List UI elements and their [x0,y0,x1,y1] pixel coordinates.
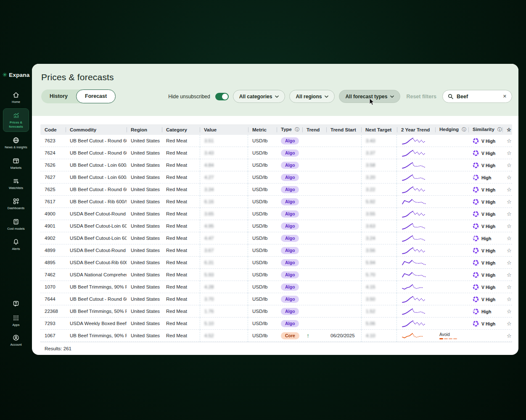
cell-similarity: V High [468,269,502,281]
favorite-star-icon[interactable]: ☆ [502,293,512,305]
sidebar-item-account[interactable]: Account [3,332,29,348]
cell-type: Algo [277,293,302,305]
all-regions-dropdown[interactable]: All regions [289,90,335,103]
favorite-star-icon[interactable]: ☆ [502,305,512,318]
favorite-star-icon[interactable]: ☆ [502,232,512,244]
cell-region: United States [127,318,162,330]
cell-metric: USD/lb [248,220,277,232]
table-row[interactable]: 7626 UB Beef Cutout - Loin 600/9... Unit… [40,159,512,171]
sidebar-item-home[interactable]: Home [3,88,29,107]
favorite-star-icon[interactable]: ☆ [502,147,512,159]
sidebar-item-apps[interactable]: Apps [3,312,29,328]
trend-sparkline [401,210,431,219]
table-row[interactable]: 7625 UB Beef Cutout - Round 600... Unite… [40,184,512,196]
similarity-label: V High [481,187,495,192]
cell-similarity: V High [468,281,502,293]
column-header-value[interactable]: Value [200,127,248,132]
favorite-star-icon[interactable]: ☆ [502,220,512,232]
table-row[interactable]: 4895 USDA Beef Cutout-Rib 600-... United… [40,257,512,269]
table-row[interactable]: 7644 UB Beef Cutout - Round 600... Unite… [40,293,512,305]
table-row[interactable]: 7462 USDA National Comprehensi... United… [40,269,512,281]
clear-search-icon[interactable]: ✕ [503,94,507,99]
column-header-similarity[interactable]: Similarity ⓘ [468,127,502,133]
watchlist-icon [12,177,20,185]
sidebar-item-news-insights[interactable]: News & insights [3,134,29,152]
favorite-star-icon[interactable]: ☆ [502,135,512,147]
sidebar-item-cost-models[interactable]: Cost models [3,215,29,234]
cell-hedging [435,159,468,171]
column-header-region[interactable]: Region [127,127,162,132]
cell-category: Red Meat [162,293,200,305]
similarity-label: V High [481,297,495,302]
cell-next-target: 3.22 [361,184,397,196]
column-header-category[interactable]: Category [162,127,200,132]
table-row[interactable]: 7627 UB Beef Cutout - Loin 600/9... Unit… [40,171,512,184]
table-row[interactable]: 4899 USDA Beef Cutout-Round 6... United … [40,244,512,257]
table-row[interactable]: 7293 USDA Weekly Boxed Beef Br... United… [40,318,512,330]
favorite-star-icon[interactable]: ☆ [502,244,512,257]
sidebar-item-markets[interactable]: Markets [3,154,29,173]
trend-up-arrow: ↑ [307,332,309,339]
sidebar-item-watchlists[interactable]: Watchlists [3,174,29,193]
cell-hedging [435,305,468,318]
tab-history[interactable]: History [41,89,76,103]
table-row[interactable]: 4900 USDA Beef Cutout-Round 6... United … [40,208,512,220]
column-header-next-target[interactable]: Next Target [361,127,397,132]
cell-type: Algo [277,257,302,269]
sidebar-item-help[interactable] [3,298,29,309]
cell-next-target: 3.43 [361,135,397,147]
tab-forecast[interactable]: Forecast [76,89,116,103]
sidebar-item-alerts[interactable]: Alerts [3,235,29,254]
column-header-hedging[interactable]: Hedging ⓘ [435,127,468,133]
info-icon[interactable]: ⓘ [462,127,466,132]
favorite-star-icon[interactable]: ☆ [502,330,512,342]
table-row[interactable]: 1067 UB Beef Trimmings, 90% Fre... Unite… [40,330,512,342]
table-row[interactable]: 7624 UB Beef Cutout - Round 600... Unite… [40,147,512,159]
table-row[interactable]: 22368 UB Beef Trimmings, 50% Fre... Unit… [40,305,512,318]
trend-sparkline [401,197,431,207]
column-header-code[interactable]: Code [40,127,66,132]
favorite-star-icon[interactable]: ☆ [502,281,512,293]
favorite-star-icon[interactable]: ☆ [502,159,512,171]
cell-commodity: UB Beef Cutout - Round 600... [66,293,127,305]
column-header-type[interactable]: Type ⓘ [277,127,302,133]
favorite-star-icon[interactable]: ☆ [502,208,512,220]
table-row[interactable]: 7623 UB Beef Cutout - Round 600... Unite… [40,135,512,147]
sidebar-item-dashboards[interactable]: Dashboards [3,194,29,213]
favorite-star-icon[interactable]: ☆ [502,269,512,281]
table-row[interactable]: 4902 USDA Beef Cutout-Loin 600... United… [40,232,512,244]
type-badge: Algo [281,320,299,327]
favorite-star-icon[interactable]: ☆ [502,257,512,269]
favorite-star-icon[interactable]: ☆ [502,196,512,208]
all-categories-dropdown[interactable]: All categories [233,90,285,103]
cell-category: Red Meat [162,232,200,244]
column-header-2-year-trend[interactable]: 2 Year Trend [397,127,435,132]
hide-unsubscribed-toggle[interactable] [215,93,229,100]
info-icon[interactable]: ⓘ [295,127,299,132]
table-row[interactable]: 4901 USDA Beef Cutout-Loin 600... United… [40,220,512,232]
column-header-trend-start[interactable]: Trend Start [326,127,361,132]
column-header-metric[interactable]: Metric [248,127,277,132]
search-input[interactable] [457,94,500,100]
column-header-trend[interactable]: Trend [302,127,326,132]
info-icon[interactable]: ⓘ [497,127,502,132]
search-box[interactable]: ✕ [442,90,512,103]
type-badge: Algo [281,198,299,205]
table: CodeCommodityRegionCategoryValueMetricTy… [32,116,518,354]
cell-value: 4.28 [200,281,248,293]
dashboards-icon [12,197,20,205]
sidebar-item-prices-forecasts[interactable]: Prices & forecasts [3,108,29,132]
favorite-column-header[interactable]: ☆ [502,127,512,133]
controls-row: History Forecast Hide unsubscribed All c… [41,89,512,103]
cell-similarity: High [468,305,502,318]
similarity-label: V High [481,321,495,326]
favorite-star-icon[interactable]: ☆ [502,318,512,330]
cell-2-year-trend [397,184,435,196]
favorite-star-icon[interactable]: ☆ [502,184,512,196]
column-header-commodity[interactable]: Commodity [66,127,127,132]
table-row[interactable]: 1070 UB Beef Trimmings, 90% Fre... Unite… [40,281,512,293]
table-row[interactable]: 7617 UB Beef Cutout - Rib 600/9... Unite… [40,196,512,208]
reset-filters-button[interactable]: Reset filters [404,94,438,100]
trend-sparkline [401,234,431,243]
favorite-star-icon[interactable]: ☆ [502,171,512,184]
